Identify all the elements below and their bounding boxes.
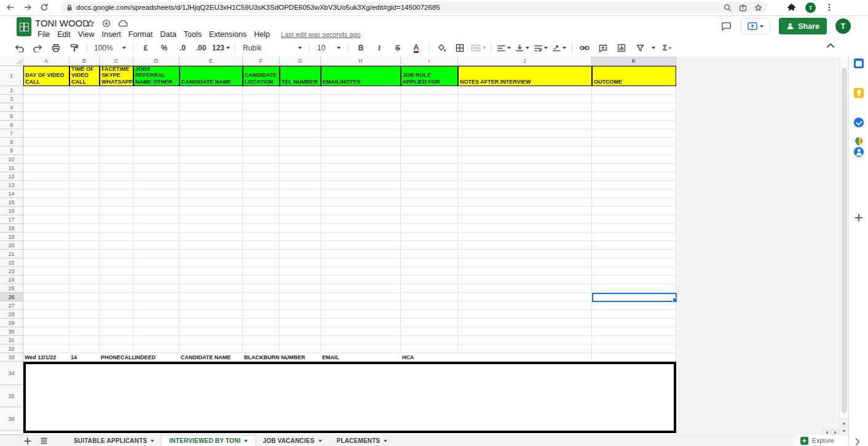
cell-J24[interactable] <box>458 276 592 284</box>
cell-J13[interactable] <box>458 181 592 189</box>
cell-F7[interactable] <box>243 129 280 138</box>
cell-I2[interactable] <box>401 86 458 95</box>
cell-E27[interactable] <box>180 301 243 310</box>
all-sheets-icon[interactable] <box>36 436 52 446</box>
cell-E15[interactable] <box>180 198 243 207</box>
cell-G14[interactable] <box>280 189 321 198</box>
cell-B31[interactable] <box>69 336 100 344</box>
cell-J4[interactable] <box>458 103 592 112</box>
cell-H23[interactable] <box>321 267 401 276</box>
merge-cells-icon[interactable] <box>469 41 488 55</box>
vertical-align-icon[interactable] <box>513 41 532 55</box>
cell-G29[interactable] <box>280 319 321 327</box>
cell-J5[interactable] <box>458 112 592 121</box>
column-header-J[interactable]: J <box>458 57 592 66</box>
send-tab-icon[interactable] <box>739 4 747 12</box>
text-wrap-icon[interactable] <box>532 41 550 55</box>
explore-button[interactable]: Explore <box>795 435 848 446</box>
cell-J19[interactable] <box>458 233 592 241</box>
cell-F3[interactable] <box>243 95 280 103</box>
cell-B28[interactable] <box>69 310 100 319</box>
cell-J22[interactable] <box>458 258 592 267</box>
cell-F11[interactable] <box>243 164 280 172</box>
cell-H12[interactable] <box>321 172 401 181</box>
cell-E22[interactable] <box>180 258 243 267</box>
cell-E13[interactable] <box>180 181 243 189</box>
cell-H25[interactable] <box>321 284 401 293</box>
cell-H30[interactable] <box>321 327 401 336</box>
cell-J11[interactable] <box>458 164 592 172</box>
cell-F10[interactable] <box>243 155 280 164</box>
cell-D17[interactable] <box>133 215 180 224</box>
cell-E6[interactable] <box>180 121 243 129</box>
cell-C32[interactable] <box>100 344 133 353</box>
cell-A29[interactable] <box>23 319 69 327</box>
cell-K27[interactable] <box>592 301 676 310</box>
undo-icon[interactable] <box>10 41 28 55</box>
cell-J12[interactable] <box>458 172 592 181</box>
cell-C17[interactable] <box>100 215 133 224</box>
cell-C15[interactable] <box>100 198 133 207</box>
cell-G18[interactable] <box>280 224 321 233</box>
cell-K25[interactable] <box>592 284 676 293</box>
cell-J8[interactable] <box>458 138 592 146</box>
cell-A6[interactable] <box>23 121 69 129</box>
cell-C13[interactable] <box>100 181 133 189</box>
cell-A10[interactable] <box>23 155 69 164</box>
redo-icon[interactable] <box>28 41 47 55</box>
cell-I9[interactable] <box>401 146 458 155</box>
cell-A14[interactable] <box>23 189 69 198</box>
cell-G6[interactable] <box>280 121 321 129</box>
cell-C18[interactable] <box>100 224 133 233</box>
cell-J6[interactable] <box>458 121 592 129</box>
cell-E29[interactable] <box>180 319 243 327</box>
row-header-34[interactable]: 34 <box>0 362 23 385</box>
column-header-E[interactable]: E <box>180 57 243 66</box>
row-header-27[interactable]: 27 <box>0 301 23 310</box>
cell-K9[interactable] <box>592 146 676 155</box>
cell-C29[interactable] <box>100 319 133 327</box>
font-family-select[interactable]: Rubik <box>239 41 306 55</box>
cell-C7[interactable] <box>100 129 133 138</box>
add-sheet-icon[interactable] <box>20 436 36 446</box>
cell-D25[interactable] <box>133 284 180 293</box>
row-header-16[interactable]: 16 <box>0 207 23 215</box>
cell-H20[interactable] <box>321 241 401 250</box>
cell-F25[interactable] <box>243 284 280 293</box>
cell-B10[interactable] <box>69 155 100 164</box>
present-to-meet-button[interactable] <box>741 18 770 34</box>
cell-B23[interactable] <box>69 267 100 276</box>
cell-D21[interactable] <box>133 250 180 258</box>
borders-icon[interactable] <box>451 41 469 55</box>
cell-F9[interactable] <box>243 146 280 155</box>
cell-H9[interactable] <box>321 146 401 155</box>
cell-H19[interactable] <box>321 233 401 241</box>
scroll-right-button[interactable] <box>831 429 839 435</box>
cell-K13[interactable] <box>592 181 676 189</box>
cell-D19[interactable] <box>133 233 180 241</box>
zoom-icon[interactable] <box>724 4 732 12</box>
cell-A7[interactable] <box>23 129 69 138</box>
cell-E19[interactable] <box>180 233 243 241</box>
cell-E14[interactable] <box>180 189 243 198</box>
cell-K32[interactable] <box>592 344 676 353</box>
row-header-5[interactable]: 5 <box>0 112 23 121</box>
header-cell-C1[interactable]: FACETIME SKYPE WHATSAPP <box>100 66 133 86</box>
cell-G25[interactable] <box>280 284 321 293</box>
more-formats-button[interactable]: 123 <box>210 41 232 55</box>
row-header-8[interactable]: 8 <box>0 138 23 146</box>
cell-D13[interactable] <box>133 181 180 189</box>
cell-A32[interactable] <box>23 344 69 353</box>
cell-B26[interactable] <box>69 293 100 301</box>
row-header-11[interactable]: 11 <box>0 164 23 172</box>
cell-G17[interactable] <box>280 215 321 224</box>
row-header-31[interactable]: 31 <box>0 336 23 344</box>
cell-K24[interactable] <box>592 276 676 284</box>
cell-I5[interactable] <box>401 112 458 121</box>
cell-E31[interactable] <box>180 336 243 344</box>
cell-A23[interactable] <box>23 267 69 276</box>
cell-E24[interactable] <box>180 276 243 284</box>
cell-F4[interactable] <box>243 103 280 112</box>
cell-F29[interactable] <box>243 319 280 327</box>
row-header-7[interactable]: 7 <box>0 129 23 138</box>
